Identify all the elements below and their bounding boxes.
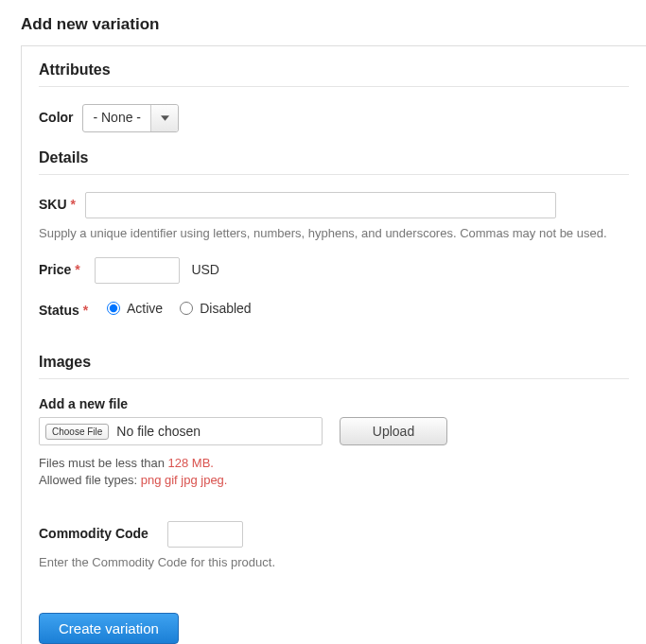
variation-form: Attributes Color - None - Details SKU * …: [21, 45, 646, 644]
status-label: Status *: [39, 303, 88, 318]
choose-file-button[interactable]: Choose File: [45, 424, 109, 440]
status-radio-disabled-input[interactable]: [180, 302, 193, 315]
status-radio-active[interactable]: Active: [107, 301, 163, 316]
chevron-down-icon: [151, 105, 178, 131]
file-name-display: No file chosen: [116, 424, 201, 439]
page-title: Add new variation: [0, 0, 646, 45]
field-color: Color - None -: [39, 104, 629, 132]
price-input[interactable]: [95, 257, 180, 284]
file-row: Choose File No file chosen Upload: [39, 417, 629, 445]
required-marker: *: [83, 303, 88, 318]
file-input[interactable]: Choose File No file chosen: [39, 417, 323, 445]
section-details-heading: Details: [39, 149, 629, 175]
status-radio-active-input[interactable]: [107, 302, 120, 315]
create-variation-button[interactable]: Create variation: [39, 613, 179, 644]
field-commodity-code: Commodity Code Enter the Commodity Code …: [39, 521, 629, 569]
section-images-heading: Images: [39, 354, 629, 379]
file-limits: Files must be less than 128 MB. Allowed …: [39, 455, 629, 489]
sku-input[interactable]: [85, 192, 556, 218]
add-file-label: Add a new file: [39, 396, 623, 411]
commodity-code-label: Commodity Code: [39, 526, 148, 541]
color-select-value: - None -: [83, 105, 151, 131]
commodity-code-input[interactable]: [167, 521, 243, 548]
commodity-code-help: Enter the Commodity Code for this produc…: [39, 555, 629, 569]
color-select[interactable]: - None -: [82, 104, 179, 132]
color-label: Color: [39, 110, 74, 125]
sku-help: Supply a unique identifier using letters…: [39, 226, 629, 240]
field-sku: SKU * Supply a unique identifier using l…: [39, 192, 629, 240]
sku-label: SKU *: [39, 197, 76, 212]
field-price: Price * USD: [39, 257, 629, 284]
price-currency: USD: [191, 262, 219, 277]
status-radio-disabled[interactable]: Disabled: [180, 301, 251, 316]
required-marker: *: [70, 197, 75, 212]
required-marker: *: [75, 262, 79, 277]
upload-button[interactable]: Upload: [340, 417, 447, 445]
section-attributes-heading: Attributes: [39, 61, 629, 87]
field-status: Status * Active Disabled: [39, 301, 629, 318]
price-label: Price *: [39, 262, 80, 277]
